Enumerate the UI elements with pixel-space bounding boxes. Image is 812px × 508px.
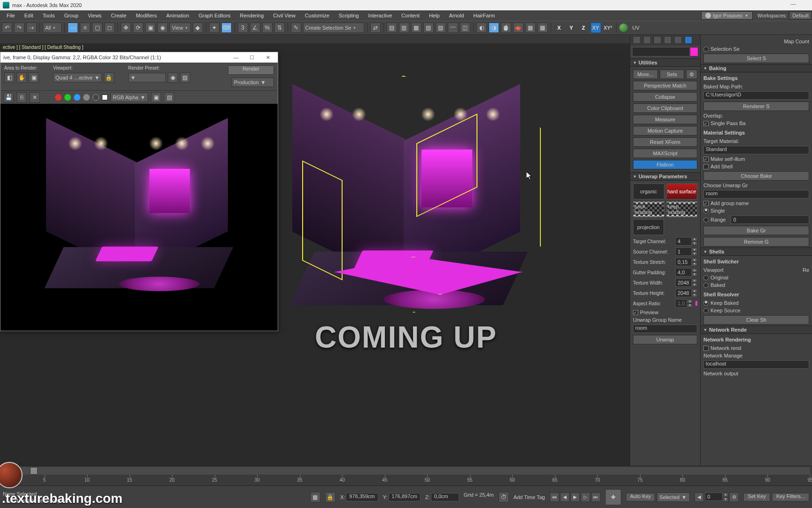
percent-snap[interactable]: % (262, 23, 273, 33)
texture-stretch-spinner[interactable]: 0,15▲▼ (675, 258, 697, 266)
menu-graph-editors[interactable]: Graph Editors (194, 10, 235, 21)
coord-z[interactable]: 0,0cm (431, 493, 459, 501)
choose-unwrap-input[interactable]: room (703, 190, 809, 198)
open-autodesk-store[interactable]: ▩ (538, 23, 548, 33)
channel-select[interactable]: RGB Alpha▼ (110, 93, 148, 102)
edit-named-sel[interactable]: ✎ (291, 23, 301, 33)
placement-button[interactable]: ◉ (157, 23, 168, 33)
rollout-baking[interactable]: ▼Baking (701, 64, 812, 72)
undo-button[interactable]: ↶ (2, 23, 12, 33)
network-rend-checkbox[interactable]: Network rend (701, 344, 812, 352)
key-mode-icon[interactable]: ✚ (605, 489, 621, 505)
clear-button[interactable]: ✕ (30, 92, 40, 103)
ref-coord-system[interactable]: View▼ (170, 23, 191, 33)
axis-y[interactable]: Y (566, 23, 577, 33)
auto-key-button[interactable]: Auto Key (626, 493, 656, 501)
time-slider[interactable]: 05101520253035404550556065707580859095 (0, 466, 812, 485)
choose-bake-button[interactable]: Choose Bake (703, 171, 809, 181)
axis-x[interactable]: X (554, 23, 564, 33)
aspect-ratio-spinner[interactable]: 1,0▲▼ (675, 299, 693, 308)
axis-xy[interactable]: XY (591, 23, 601, 33)
current-frame-spinner[interactable]: 0▲▼ (705, 492, 728, 502)
goto-end[interactable]: ⏭ (591, 492, 601, 502)
menu-modifiers[interactable]: Modifiers (131, 10, 162, 21)
toggle-ribbon[interactable]: ▨ (436, 23, 446, 33)
world-icon[interactable] (619, 24, 628, 32)
object-color-swatch[interactable] (690, 47, 698, 56)
redo-button[interactable]: ↷ (14, 23, 24, 33)
align-quick[interactable]: ▥ (399, 23, 409, 33)
add-time-tag[interactable]: Add Time Tag (514, 494, 545, 500)
material-editor[interactable]: ◐ (476, 23, 487, 33)
util-color-clipboard[interactable]: Color Clipboard (633, 103, 697, 113)
area-icon[interactable]: ◧ (4, 72, 15, 83)
unwrap-pack-thumb[interactable]: pack existing (633, 201, 664, 217)
named-selection-set[interactable]: Create Selection Se▼ (303, 23, 364, 33)
object-name-field[interactable] (632, 47, 690, 56)
channel-red[interactable] (55, 94, 62, 101)
select-region-window[interactable]: ◻ (104, 23, 115, 33)
coord-y[interactable]: 176,897cm (389, 493, 421, 501)
menu-civilview[interactable]: Civil View (268, 10, 300, 21)
select-s-button[interactable]: Select S (703, 54, 809, 63)
curve-editor[interactable]: 〰 (448, 23, 458, 33)
viewport-perspective[interactable] (282, 81, 536, 344)
aspect-swatch[interactable] (695, 301, 697, 306)
menu-tools[interactable]: Tools (38, 10, 60, 21)
next-frame[interactable]: ▷ (581, 492, 590, 502)
render-window-close[interactable]: ✕ (261, 53, 275, 62)
key-filter-select[interactable]: Selected▼ (657, 492, 690, 502)
add-shell-checkbox[interactable]: Add Shell (701, 163, 812, 170)
scale-button[interactable]: ▣ (145, 23, 156, 33)
unwrap-keep-thumb[interactable]: keep existing (666, 201, 698, 217)
menu-scripting[interactable]: Scripting (334, 10, 364, 21)
util-motion-capture[interactable]: Motion Capture (633, 126, 697, 135)
tab-utilities-icon[interactable] (685, 36, 692, 44)
move-button[interactable]: ✥ (121, 23, 131, 33)
texture-width-spinner[interactable]: 2048▲▼ (675, 278, 697, 287)
workspace-select[interactable]: Default (789, 11, 812, 20)
rollout-unwrap-params[interactable]: ▼Unwrap Parameters (630, 172, 700, 181)
gutter-padding-spinner[interactable]: 4,0▲▼ (675, 268, 697, 277)
target-channel-spinner[interactable]: 4▲▼ (675, 237, 697, 246)
channel-blue[interactable] (74, 94, 80, 101)
key-filters-button[interactable]: Key Filters... (772, 493, 809, 501)
util-maxscript[interactable]: MAXScript (633, 149, 697, 158)
render-window-max[interactable]: ☐ (245, 53, 259, 62)
window-minimize-button[interactable]: — (786, 1, 801, 8)
menu-customize[interactable]: Customize (300, 10, 334, 21)
renderer-settings-button[interactable]: Renderer S (703, 102, 809, 111)
prev-frame[interactable]: ◀ (560, 492, 570, 502)
goto-start[interactable]: ⏮ (550, 492, 559, 502)
menu-edit[interactable]: Edit (20, 10, 38, 21)
render-preset-select[interactable]: ▼ (128, 73, 166, 82)
lock-viewport[interactable]: 🔒 (104, 72, 114, 83)
save-image[interactable]: 💾 (3, 92, 14, 103)
time-slider-handle[interactable] (30, 467, 38, 475)
network-host-input[interactable]: localhost (703, 360, 809, 369)
utilities-more[interactable]: More... (633, 70, 658, 79)
rotate-button[interactable]: ⟳ (133, 23, 143, 33)
menu-help[interactable]: Help (424, 10, 445, 21)
util-perspective-match[interactable]: Perspective Match (633, 81, 697, 90)
utilities-sets[interactable]: Sets (660, 70, 685, 79)
toggle-overlay[interactable]: ▣ (151, 92, 161, 103)
angle-snap[interactable]: ∠ (250, 23, 260, 33)
single-radio[interactable]: Single (701, 207, 812, 214)
keep-baked-radio[interactable]: Keep Baked (701, 299, 812, 307)
selection-set-radio[interactable]: Selection Se (701, 45, 812, 53)
render-frame-window[interactable]: 🍵 (501, 23, 511, 33)
selection-filter[interactable]: All▼ (43, 23, 62, 33)
selection-lock-icon[interactable]: 🔒 (325, 492, 336, 502)
keep-source-radio[interactable]: Keep Source (701, 307, 812, 314)
signed-in-user[interactable]: Igor Posavec ▼ (701, 11, 753, 20)
menu-arnold[interactable]: Arnold (445, 10, 469, 21)
preview-checkbox[interactable]: Preview (633, 310, 697, 315)
menu-views[interactable]: Views (83, 10, 106, 21)
time-tag-icon[interactable]: ⏱ (499, 492, 509, 502)
prev-key[interactable]: ◀ (695, 492, 704, 502)
render-in-cloud[interactable]: ▦ (525, 23, 536, 33)
select-object-button[interactable]: ▭ (68, 23, 78, 33)
rollout-shells[interactable]: ▼Shells (701, 247, 812, 256)
axis-xy2[interactable]: XY² (603, 23, 613, 33)
